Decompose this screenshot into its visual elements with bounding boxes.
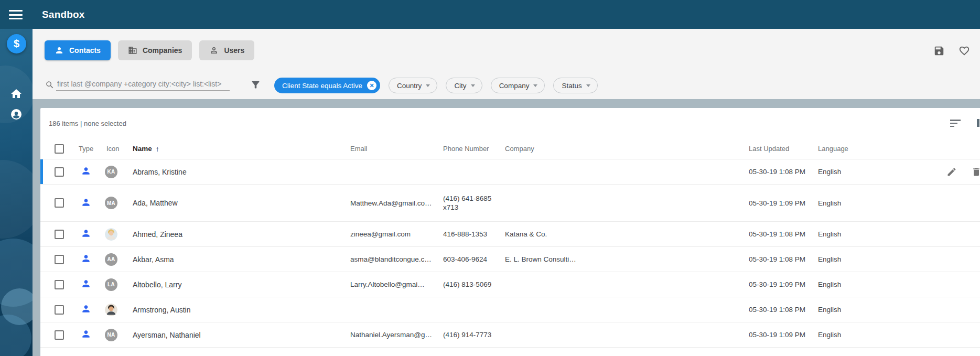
table-row[interactable]: NA Ayersman, Nathaniel Nathaniel.Ayersma… (40, 322, 980, 348)
avatar-initials: LA (107, 282, 115, 287)
contact-company: E. L. Brown Consulti… (505, 255, 749, 263)
contact-name[interactable]: Armstrong, Austin (126, 306, 350, 314)
chevron-down-icon (426, 84, 430, 87)
delete-trash-icon[interactable] (971, 167, 980, 177)
contact-name[interactable]: Ahmed, Zineea (126, 230, 350, 239)
filter-dropdown-city[interactable]: City (446, 78, 482, 93)
row-checkbox[interactable] (55, 198, 64, 208)
chip-close-icon[interactable]: ✕ (367, 81, 376, 90)
avatar: MA (105, 197, 117, 209)
contact-language: English (818, 306, 906, 314)
contact-language: English (818, 255, 906, 263)
avatar-initials: MA (107, 200, 115, 206)
filter-funnel-icon[interactable] (250, 79, 261, 90)
row-checkbox[interactable] (55, 280, 64, 289)
sort-icon[interactable] (950, 120, 962, 127)
contact-phone: 416-888-1353 (443, 230, 505, 239)
avatar: KA (105, 166, 117, 178)
contact-language: English (818, 230, 906, 238)
tab-label: Users (224, 46, 244, 55)
building-icon (128, 46, 137, 55)
save-icon[interactable] (933, 45, 945, 57)
avatar-initials: NA (107, 332, 115, 338)
column-header-phone[interactable]: Phone Number (443, 145, 505, 153)
table-row[interactable]: Armstrong, Austin 05-30-19 1:08 PM Engli… (40, 297, 980, 322)
filter-dropdown-country[interactable]: Country (389, 78, 437, 93)
contact-phone: (416) 813-5069 (443, 280, 505, 289)
column-header-name[interactable]: Name ↑ (126, 145, 350, 153)
contact-type-person-icon (81, 304, 91, 314)
select-all-checkbox[interactable] (55, 144, 64, 154)
chevron-down-icon (533, 84, 537, 87)
search-input[interactable] (56, 77, 230, 90)
row-checkbox[interactable] (55, 167, 64, 177)
contact-type-person-icon (81, 329, 91, 339)
avatar: AA (105, 253, 117, 266)
table-row[interactable]: MA Ada, Matthew Matthew.Ada@gmail.co… (4… (40, 185, 980, 222)
contact-language: English (818, 199, 906, 207)
row-checkbox[interactable] (55, 330, 64, 340)
avatar (105, 304, 117, 316)
contact-phone: (416) 914-7773 (443, 330, 505, 339)
main-content: Contacts Companies Users Client State eq… (33, 29, 980, 356)
row-checkbox[interactable] (55, 255, 64, 264)
row-checkbox[interactable] (55, 230, 64, 239)
chip-label: Status (562, 82, 581, 90)
contact-name[interactable]: Abrams, Kristine (126, 168, 350, 176)
items-count: 186 items | none selected (49, 120, 126, 127)
tab-contacts[interactable]: Contacts (45, 40, 111, 60)
avatar: NA (105, 329, 117, 341)
table-row[interactable]: Ahmed, Zineea zineea@gmail.com 416-888-1… (40, 222, 980, 247)
contact-type-person-icon (81, 228, 91, 239)
table-toolbar: 186 items | none selected (40, 108, 980, 138)
contact-language: English (818, 331, 906, 339)
filter-dropdown-status[interactable]: Status (553, 78, 597, 93)
favorite-heart-icon[interactable] (959, 45, 970, 57)
app-title: Sandbox (42, 0, 85, 29)
search-field (56, 77, 230, 91)
dollar-icon[interactable]: $ (7, 34, 26, 53)
home-icon[interactable] (10, 88, 23, 100)
column-header-company[interactable]: Company (505, 145, 749, 153)
contact-name[interactable]: Ayersman, Nathaniel (126, 331, 350, 339)
top-app-bar: Sandbox (0, 0, 980, 29)
active-filter-chip[interactable]: Client State equals Active ✕ (274, 78, 380, 93)
row-checkbox[interactable] (55, 305, 64, 315)
column-header-email[interactable]: Email (350, 145, 443, 153)
bokeh-decoration (0, 160, 33, 239)
contact-name[interactable]: Akbar, Asma (126, 255, 350, 264)
column-header-last-updated[interactable]: Last Updated (749, 145, 818, 153)
column-options-icon[interactable] (977, 119, 979, 127)
column-header-language[interactable]: Language (818, 145, 906, 153)
contact-type-person-icon (81, 166, 91, 176)
menu-icon[interactable] (9, 10, 23, 19)
table-row[interactable]: LA Altobello, Larry Larry.Altobello@gmai… (40, 272, 980, 297)
contact-last-updated: 05-30-19 1:08 PM (749, 168, 818, 176)
table-body: KA Abrams, Kristine 05-30-19 1:08 PM Eng… (40, 159, 980, 348)
contact-company: Katana & Co. (505, 230, 749, 238)
contact-last-updated: 05-30-19 1:09 PM (749, 281, 818, 288)
contact-last-updated: 05-30-19 1:09 PM (749, 199, 818, 207)
contact-email: Larry.Altobello@gmai… (350, 281, 443, 288)
contact-phone: 603-406-9624 (443, 255, 505, 264)
avatar: LA (105, 278, 117, 291)
table-row[interactable]: AA Akbar, Asma asma@blanditcongue.c… 603… (40, 247, 980, 272)
tab-companies[interactable]: Companies (118, 40, 192, 60)
sidebar: $ (0, 29, 33, 356)
contact-name[interactable]: Altobello, Larry (126, 281, 350, 289)
column-header-type[interactable]: Type (70, 145, 97, 153)
contact-type-person-icon (81, 253, 91, 264)
contact-language: English (818, 281, 906, 288)
contact-name[interactable]: Ada, Matthew (126, 199, 350, 207)
filter-dropdown-company[interactable]: Company (491, 78, 545, 93)
contacts-table-card: 186 items | none selected Type Icon Name… (40, 108, 980, 356)
table-row[interactable]: KA Abrams, Kristine 05-30-19 1:08 PM Eng… (40, 159, 980, 185)
chip-label: Country (397, 82, 422, 90)
table-region: 186 items | none selected Type Icon Name… (33, 99, 980, 356)
column-header-icon[interactable]: Icon (97, 145, 126, 153)
tab-users[interactable]: Users (199, 40, 254, 60)
edit-pencil-icon[interactable] (946, 167, 957, 177)
account-icon[interactable] (10, 108, 23, 121)
chevron-down-icon (586, 84, 590, 87)
chip-label: City (454, 82, 466, 90)
